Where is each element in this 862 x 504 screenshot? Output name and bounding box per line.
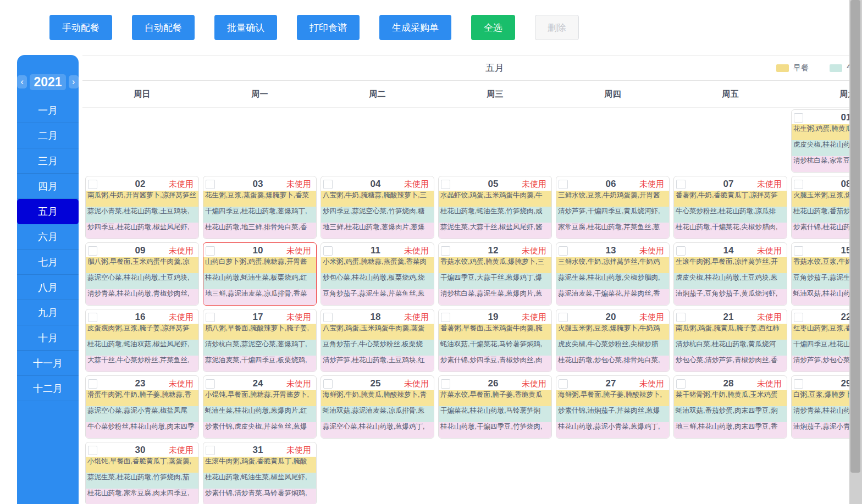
lunch-entry[interactable]: 干煸四季豆,桂花山药墩,葱爆鸡丁, <box>203 207 316 223</box>
dinner-entry[interactable]: 清炒芦笋,桂花山药墩,土豆鸡块,红 <box>321 356 434 372</box>
breakfast-entry[interactable]: 腊八粥,早餐面,玉米鸡蛋牛肉羹,凉 <box>86 257 198 273</box>
day-checkbox[interactable] <box>676 313 686 322</box>
lunch-entry[interactable]: 虎皮尖椒,牛心菜炒粉丝,尖椒炒腊 <box>556 340 669 356</box>
dinner-entry[interactable]: 大蒜干丝,牛心菜炒粉丝,芹菜鱼丝, <box>86 356 198 372</box>
day-cell-07[interactable]: 07未使用番薯粥,牛奶,香脆黄瓜丁,凉拌莴笋牛心菜炒粉丝,桂花山药墩,凉瓜排桂花… <box>673 176 787 239</box>
manual-meal-button[interactable]: 手动配餐 <box>49 15 112 40</box>
lunch-entry[interactable]: 炒四季豆,蒜泥空心菜,竹笋烧肉,糖 <box>321 207 434 223</box>
auto-meal-button[interactable]: 自动配餐 <box>132 15 195 40</box>
lunch-entry[interactable]: 干煸菜花,桂花山药墩,马铃薯笋焖 <box>439 406 551 422</box>
breakfast-entry[interactable]: 三鲜水饺,牛奶,凉拌莴笋丝,牛奶鸡 <box>556 257 669 273</box>
day-cell-26[interactable]: 26未使用芹菜水饺,早餐面,腌子姜,香脆黄瓜干煸菜花,桂花山药墩,马铃薯笋焖桂花… <box>438 375 552 439</box>
dinner-entry[interactable]: 地三鲜,桂花山药墩,葱爆肉片,葱爆 <box>321 223 434 239</box>
lunch-entry[interactable]: 蚝油双菇,干煸菜花,马铃薯笋焖鸡, <box>439 340 551 356</box>
lunch-entry[interactable]: 炒包心菜,桂花山药墩,板栗烧鸡,烧 <box>321 273 434 289</box>
breakfast-entry[interactable]: 菜干猪骨粥,牛奶,腌黄瓜,玉米鸡蛋 <box>674 390 787 406</box>
breakfast-entry[interactable]: 腊八粥,早餐面,腌酸辣萝卜,腌子姜, <box>203 324 316 340</box>
dinner-entry[interactable]: 油焖茄子,豆角炒茄子,黄瓜烧河虾, <box>674 289 787 305</box>
day-checkbox[interactable] <box>206 246 215 256</box>
dinner-entry[interactable]: 蒜泥生菜,大蒜干丝,椒盐凤尾虾,酱 <box>439 223 551 239</box>
breakfast-entry[interactable]: 生滚牛肉粥,早餐面,凉拌莴笋丝,开 <box>674 257 787 273</box>
breakfast-entry[interactable]: 小米粥,鸡蛋,腌糖蒜,蒸蛋羹,香菜肉 <box>321 257 434 273</box>
lunch-entry[interactable]: 蒜泥空心菜,桂花山药墩,土豆鸡块, <box>86 273 198 289</box>
day-cell-24[interactable]: 24未使用小馄饨,早餐面,腌糖蒜,开胃酱萝卜,蚝油生菜,桂花山药墩,葱爆肉片,红… <box>203 375 317 439</box>
lunch-entry[interactable]: 豆角炒茄子,牛心菜炒粉丝,板栗烧 <box>321 340 434 356</box>
sidebar-item-month-10[interactable]: 十月 <box>17 325 79 351</box>
day-checkbox[interactable] <box>441 379 450 389</box>
day-cell-17[interactable]: 17未使用腊八粥,早餐面,腌酸辣萝卜,腌子姜,清炒杭白菜,蒜泥空心菜,葱爆鸡丁,… <box>203 309 317 372</box>
day-checkbox[interactable] <box>559 313 568 322</box>
day-checkbox[interactable] <box>441 313 450 322</box>
dinner-entry[interactable]: 桂花山药墩,蒜泥小青菜,葱爆鸡丁, <box>556 422 669 438</box>
delete-button[interactable]: 删除 <box>535 15 579 40</box>
day-checkbox[interactable] <box>323 246 333 256</box>
day-checkbox[interactable] <box>441 180 450 189</box>
select-all-button[interactable]: 全选 <box>471 15 515 40</box>
day-checkbox[interactable] <box>206 446 215 455</box>
day-checkbox[interactable] <box>676 246 686 256</box>
day-checkbox[interactable] <box>206 379 215 389</box>
day-cell-31[interactable]: 31未使用生滚牛肉粥,鸡蛋,香脆黄瓜丁,腌酸桂花山药墩,蚝油生菜,椒盐凤尾虾,炒… <box>203 442 317 504</box>
breakfast-entry[interactable]: 香菇水饺,鸡蛋,腌黄瓜,爆腌萝卜,三 <box>439 257 551 273</box>
lunch-entry[interactable]: 清炒杭白菜,蒜泥空心菜,葱爆鸡丁, <box>203 340 316 356</box>
sidebar-item-month-8[interactable]: 八月 <box>17 275 79 300</box>
lunch-entry[interactable]: 炒素什锦,油焖茄子,芹菜肉丝,葱爆 <box>556 406 669 422</box>
dinner-entry[interactable]: 桂花山药墩,炒包心菜,排骨炖白菜, <box>556 356 669 372</box>
day-checkbox[interactable] <box>794 313 803 322</box>
dinner-entry[interactable]: 炒素什锦,清炒青菜,马铃薯笋焖鸡, <box>203 489 316 504</box>
breakfast-entry[interactable]: 火腿玉米粥,豆浆,爆腌萝卜,牛奶鸡 <box>556 324 669 340</box>
breakfast-entry[interactable]: 八宝粥,鸡蛋,玉米鸡蛋牛肉羹,蒸蛋 <box>321 324 434 340</box>
day-checkbox[interactable] <box>323 180 333 189</box>
breakfast-entry[interactable]: 滑蛋牛肉粥,牛奶,腌子姜,腌糖蒜,香 <box>86 390 198 406</box>
day-cell-04[interactable]: 04未使用八宝粥,牛奶,腌糖蒜,腌酸辣萝卜,三炒四季豆,蒜泥空心菜,竹笋烧肉,糖… <box>321 176 434 239</box>
day-checkbox[interactable] <box>441 246 450 256</box>
sidebar-item-month-11[interactable]: 十一月 <box>17 351 79 376</box>
day-checkbox[interactable] <box>88 313 97 322</box>
lunch-entry[interactable]: 桂花山药墩,蚝油生菜,椒盐凤尾虾, <box>203 473 316 489</box>
dinner-entry[interactable]: 炒四季豆,桂花山药墩,椒盐凤尾虾, <box>86 223 198 239</box>
sidebar-item-month-4[interactable]: 四月 <box>17 174 79 199</box>
breakfast-entry[interactable]: 南瓜粥,牛奶,开胃酱萝卜,凉拌莴笋丝 <box>86 191 198 207</box>
breakfast-entry[interactable]: 小馄饨,早餐面,腌糖蒜,开胃酱萝卜, <box>203 390 316 406</box>
day-cell-28[interactable]: 28未使用菜干猪骨粥,牛奶,腌黄瓜,玉米鸡蛋蚝油双菇,番茄炒蛋,肉末四季豆,焖地… <box>673 375 787 439</box>
dinner-entry[interactable]: 桂花山药墩,干煸菜花,尖椒炒腊肉, <box>674 223 787 239</box>
dinner-entry[interactable]: 炒素什锦,虎皮尖椒,芹菜鱼丝,葱爆 <box>203 422 316 438</box>
dinner-entry[interactable]: 豆角炒茄子,蒜泥生菜,芹菜鱼丝,葱 <box>321 289 434 305</box>
sidebar-item-month-7[interactable]: 七月 <box>17 250 79 275</box>
lunch-entry[interactable]: 清炒杭白菜,桂花山药墩,黄瓜烧河 <box>674 340 787 356</box>
day-cell-20[interactable]: 20未使用火腿玉米粥,豆浆,爆腌萝卜,牛奶鸡虎皮尖椒,牛心菜炒粉丝,尖椒炒腊桂花… <box>556 309 670 372</box>
lunch-entry[interactable]: 虎皮尖椒,桂花山药墩,土豆鸡块,葱 <box>674 273 787 289</box>
sidebar-item-month-2[interactable]: 二月 <box>17 123 79 148</box>
prev-year-button[interactable]: ‹ <box>17 75 27 88</box>
dinner-entry[interactable]: 蒜泥空心菜,桂花山药墩,葱爆鸡丁, <box>321 422 434 438</box>
day-checkbox[interactable] <box>559 246 568 256</box>
day-checkbox[interactable] <box>794 246 803 256</box>
dinner-entry[interactable]: 桂花山药墩,家常豆腐,肉末四季豆, <box>86 489 198 504</box>
day-cell-27[interactable]: 27未使用海鲜粥,早餐面,腌子姜,腌酸辣萝卜,炒素什锦,油焖茄子,芹菜肉丝,葱爆… <box>556 375 670 439</box>
lunch-entry[interactable]: 清炒芦笋,干煸四季豆,黄瓜烧河虾, <box>556 207 669 223</box>
breakfast-entry[interactable]: 花生粥,豆浆,蒸蛋羹,爆腌萝卜,香菜 <box>203 191 316 207</box>
vertical-scrollbar[interactable] <box>849 0 862 504</box>
lunch-entry[interactable]: 蒜泥空心菜,蒜泥小青菜,椒盐凤尾 <box>86 406 198 422</box>
day-checkbox[interactable] <box>88 446 97 455</box>
breakfast-entry[interactable]: 山药白萝卜粥,鸡蛋,腌糖蒜,开胃酱 <box>203 257 316 273</box>
day-checkbox[interactable] <box>88 180 97 189</box>
dinner-entry[interactable]: 蒜泥油麦菜,干煸四季豆,板栗烧鸡, <box>203 356 316 372</box>
day-checkbox[interactable] <box>206 180 215 189</box>
dinner-entry[interactable]: 清炒杭白菜,蒜泥生菜,葱爆肉片,葱 <box>439 289 551 305</box>
lunch-entry[interactable]: 蚝油双菇,蒜泥油麦菜,凉瓜排骨,葱 <box>321 406 434 422</box>
print-recipe-button[interactable]: 打印食谱 <box>297 15 360 40</box>
day-cell-14[interactable]: 14未使用生滚牛肉粥,早餐面,凉拌莴笋丝,开虎皮尖椒,桂花山药墩,土豆鸡块,葱油… <box>673 242 787 306</box>
dinner-entry[interactable]: 牛心菜炒粉丝,桂花山药墩,肉末四季 <box>86 422 198 438</box>
day-cell-09[interactable]: 09未使用腊八粥,早餐面,玉米鸡蛋牛肉羹,凉蒜泥空心菜,桂花山药墩,土豆鸡块,清… <box>85 242 199 306</box>
breakfast-entry[interactable]: 番薯粥,早餐面,玉米鸡蛋牛肉羹,腌 <box>439 324 551 340</box>
day-cell-10[interactable]: 10未使用山药白萝卜粥,鸡蛋,腌糖蒜,开胃酱桂花山药墩,蚝油生菜,板栗烧鸡,红地… <box>203 242 317 306</box>
lunch-entry[interactable]: 蒜泥生菜,桂花山药墩,尖椒炒腊肉, <box>556 273 669 289</box>
lunch-entry[interactable]: 蒜泥小青菜,桂花山药墩,土豆鸡块, <box>86 207 198 223</box>
sidebar-item-month-1[interactable]: 一月 <box>17 98 79 123</box>
day-cell-30[interactable]: 30未使用小馄饨,早餐面,香脆黄瓜丁,蒸蛋羹,蒜泥生菜,桂花山药墩,竹笋烧肉,茄… <box>85 442 199 504</box>
lunch-entry[interactable]: 蚝油双菇,番茄炒蛋,肉末四季豆,焖 <box>674 406 787 422</box>
dinner-entry[interactable]: 蒜泥油麦菜,干煸菜花,芹菜肉丝,香 <box>556 289 669 305</box>
scrollbar-thumb[interactable] <box>850 0 860 473</box>
dinner-entry[interactable]: 地三鲜,桂花山药墩,肉末四季豆,香 <box>674 422 787 438</box>
